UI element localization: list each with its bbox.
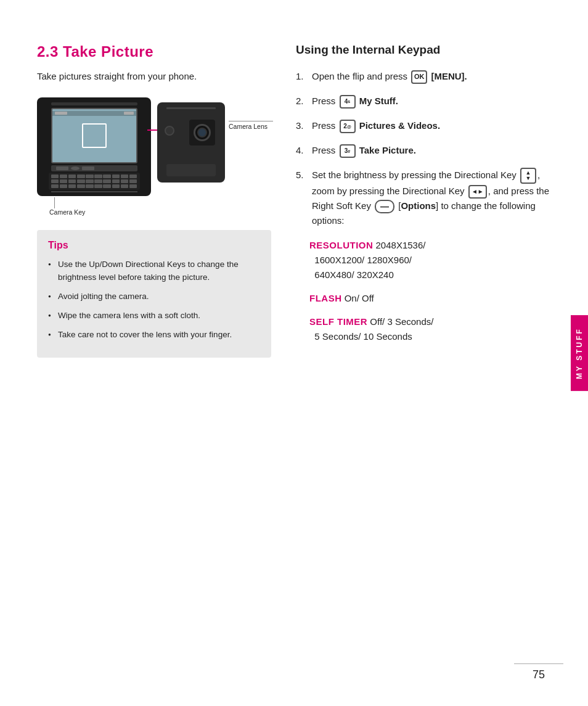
option-self-timer: SELF TIMER Off/ 3 Seconds/ 5 Seconds/ 10… [309, 314, 551, 344]
options-block: RESOLUTION 2048X1536/ 1600X1200/ 1280X96… [296, 238, 551, 344]
camera-lens-label-area: Camera Lens [229, 121, 273, 130]
phone-back [157, 102, 225, 183]
step-4-num: 4. [296, 143, 309, 158]
step-4-bold: Take Picture. [359, 145, 416, 155]
camera-key-label: Camera Key [49, 208, 85, 216]
key [103, 179, 111, 183]
phone-image-area: Camera Key [37, 97, 271, 196]
option-flash: FLASH On/ Off [309, 291, 551, 306]
camera-lens-label: Camera Lens [229, 123, 267, 130]
step-5: 5. Set the brightness by pressing the Di… [296, 168, 551, 228]
key [86, 179, 94, 183]
step-3-text: Press 2@ Pictures & Videos. [312, 118, 440, 133]
key [103, 184, 111, 188]
camera-lens-line [229, 121, 273, 121]
key [129, 179, 137, 183]
tip-item-4: Take care not to cover the lens with you… [48, 329, 260, 342]
key [51, 179, 59, 183]
tip-item-1: Use the Up/Down Directional Keys to chan… [48, 258, 260, 284]
step-4-text: Press 3# Take Picture. [312, 143, 416, 158]
right-column: Using the Internal Keypad 1. Open the fl… [296, 43, 551, 669]
step-2-num: 2. [296, 94, 309, 109]
3hash-key-icon: 3# [340, 144, 356, 158]
key [77, 179, 85, 183]
step-5-num: 5. [296, 168, 309, 183]
keyboard-row-3 [51, 184, 137, 188]
phone-front [37, 97, 151, 196]
step-2: 2. Press 4s My Stuff. [296, 94, 551, 109]
tip-item-3: Wipe the camera lens with a soft cloth. [48, 310, 260, 322]
section-desc: Take pictures straight from your phone. [37, 69, 271, 84]
camera-module [189, 120, 215, 146]
camera-flash [165, 126, 174, 136]
phone-screen [51, 108, 137, 163]
key [60, 179, 68, 183]
key [77, 174, 85, 178]
step-2-bold: My Stuff. [359, 96, 398, 106]
phone-nav-bar [51, 165, 137, 171]
ud-key-icon: ▲ ▼ [520, 168, 536, 184]
lr-key-icon: ◄► [468, 185, 487, 199]
page-container: 2.3 Take Picture Take pictures straight … [0, 0, 588, 706]
step-1-num: 1. [296, 69, 309, 84]
key [86, 174, 94, 178]
side-tab-text: MY STUFF [575, 327, 584, 379]
flash-values: On/ Off [345, 293, 374, 303]
keyboard-row-1 [51, 174, 137, 178]
flash-label: FLASH [309, 293, 342, 303]
options-bold: Options [401, 200, 436, 211]
tips-title: Tips [48, 240, 260, 251]
2at-key-icon: 2@ [340, 120, 356, 133]
tips-box: Tips Use the Up/Down Directional Keys to… [37, 230, 271, 358]
option-resolution: RESOLUTION 2048X1536/ 1600X1200/ 1280X96… [309, 238, 551, 282]
key [94, 174, 102, 178]
phone-back-bottom [166, 164, 216, 176]
key [121, 184, 129, 188]
step-5-text: Set the brightness by pressing the Direc… [312, 168, 551, 228]
camera-key-line [54, 197, 55, 208]
phone-back-container: Camera Lens [157, 102, 225, 183]
key [60, 174, 68, 178]
key [112, 174, 120, 178]
step-1-text: Open the flip and press OK [MENU]. [312, 69, 467, 84]
step-1: 1. Open the flip and press OK [MENU]. [296, 69, 551, 84]
phone-grip-top [166, 107, 216, 109]
page-divider [514, 663, 563, 664]
key [129, 174, 137, 178]
step-1-bold: [MENU]. [431, 71, 467, 81]
key [77, 184, 85, 188]
screen-status-left [55, 112, 67, 115]
step-2-text: Press 4s My Stuff. [312, 94, 398, 109]
key [112, 179, 120, 183]
key [94, 184, 102, 188]
tip-item-2: Avoid jolting the camera. [48, 290, 260, 303]
key [103, 174, 111, 178]
keypad-title: Using the Internal Keypad [296, 43, 551, 57]
ok-key-icon: OK [411, 70, 427, 84]
section-title: 2.3 Take Picture [37, 43, 271, 60]
phone-keyboard [49, 173, 140, 190]
key [121, 174, 129, 178]
resolution-label: RESOLUTION [309, 240, 373, 250]
nav-btn-1 [56, 166, 68, 170]
keyboard-row-2 [51, 179, 137, 183]
4s-key-icon: 4s [340, 95, 356, 109]
key [121, 179, 129, 183]
step-3: 3. Press 2@ Pictures & Videos. [296, 118, 551, 133]
left-column: 2.3 Take Picture Take pictures straight … [37, 43, 271, 669]
key [94, 179, 102, 183]
grip-line [166, 107, 216, 109]
key [60, 184, 68, 188]
camera-key-label-area: Camera Key [49, 197, 85, 216]
self-timer-label: SELF TIMER [309, 316, 367, 327]
key [68, 174, 76, 178]
key [51, 184, 59, 188]
screen-status-bar [52, 111, 136, 116]
camera-lens-inner [197, 128, 207, 138]
camera-lens-outer [194, 124, 211, 141]
key [51, 174, 59, 178]
key [68, 184, 76, 188]
nav-btn-3 [82, 166, 94, 170]
screen-viewfinder [82, 123, 107, 148]
key [86, 184, 94, 188]
